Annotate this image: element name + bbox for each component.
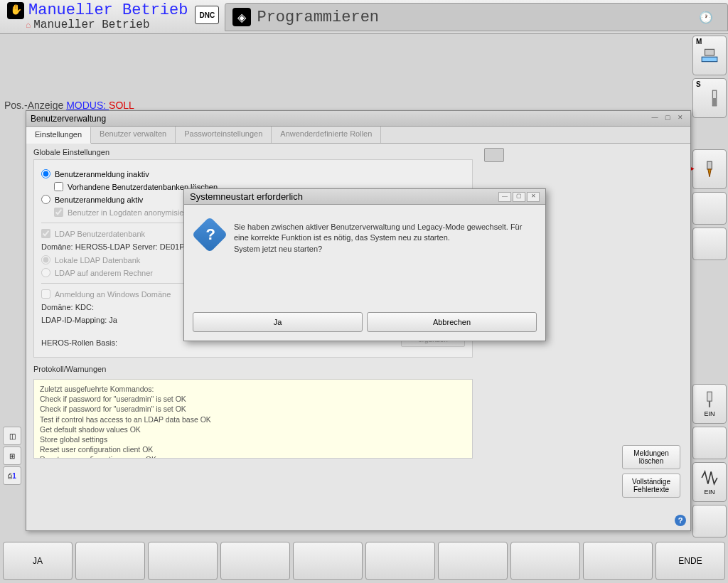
radio-local-ldap bbox=[41, 255, 50, 264]
modal-buttons: Ja Abbrechen bbox=[188, 312, 541, 336]
modal-btn-cancel[interactable]: Abbrechen bbox=[367, 312, 537, 332]
dialog-title: Benutzerverwaltung bbox=[31, 114, 648, 124]
maximize-btn[interactable]: ▢ bbox=[662, 114, 673, 124]
left-strip: ◫ ⊞ ⎙1 bbox=[3, 427, 23, 485]
log-line: Reset user configuration client OK bbox=[40, 444, 466, 454]
action-buttons: Meldungen löschen Vollständige Fehlertex… bbox=[622, 445, 680, 498]
tab-benutzer-verwalten[interactable]: Benutzer verwalten bbox=[91, 127, 176, 143]
softkey-4[interactable] bbox=[220, 542, 290, 580]
mode-right[interactable]: ◈ Programmieren 🕐 bbox=[225, 3, 728, 31]
close-btn[interactable]: ✕ bbox=[675, 114, 686, 124]
modal-text-1: Sie haben zwischen aktiver Benutzerverwa… bbox=[234, 222, 532, 244]
check-ldap-db bbox=[41, 229, 50, 238]
softkey-bar: JA ENDE bbox=[0, 539, 728, 583]
modal-close[interactable]: ✕ bbox=[527, 192, 540, 202]
hand-icon bbox=[7, 2, 24, 19]
side-btn-probe[interactable]: EIN bbox=[692, 384, 727, 424]
softkey-1[interactable]: JA bbox=[3, 542, 73, 580]
side-btn-m[interactable]: M bbox=[692, 36, 727, 75]
global-settings-label: Globale Einstellungen bbox=[33, 148, 473, 156]
modal-text-2: System jetzt neu starten? bbox=[234, 244, 532, 255]
dialog-titlebar[interactable]: Benutzerverwaltung — ▢ ✕ bbox=[26, 111, 690, 127]
side-btn-tool[interactable]: ▶ bbox=[692, 149, 727, 189]
top-header: Manueller Betrieb ⌂ Manueller Betrieb DN… bbox=[0, 0, 728, 34]
side-btn-s[interactable]: S bbox=[692, 78, 727, 118]
softkey-3[interactable] bbox=[148, 542, 218, 580]
modal-minimize[interactable]: — bbox=[498, 192, 511, 202]
tab-einstellungen[interactable]: Einstellungen bbox=[26, 127, 91, 144]
svg-rect-6 bbox=[707, 392, 712, 401]
modal-title: Systemneustart erforderlich bbox=[190, 191, 303, 202]
radio-other-ldap-label: LDAP auf anderem Rechner bbox=[55, 269, 153, 277]
mode-left: Manueller Betrieb bbox=[0, 0, 195, 21]
log-line: Check if password for "useradmin" is set… bbox=[40, 404, 466, 414]
side-btn-blank-3[interactable] bbox=[692, 427, 727, 459]
dnc-badge[interactable]: DNC bbox=[195, 6, 219, 24]
radio-login-active[interactable] bbox=[41, 195, 50, 204]
softkey-6[interactable] bbox=[365, 542, 435, 580]
wave-icon bbox=[700, 469, 719, 487]
softkey-10[interactable]: ENDE bbox=[655, 542, 725, 580]
strip-btn-3[interactable]: ⎙1 bbox=[3, 466, 21, 485]
softkey-8[interactable] bbox=[510, 542, 580, 580]
softkey-5[interactable] bbox=[293, 542, 363, 580]
mode-sub-row: ⌂ Manueller Betrieb bbox=[26, 18, 149, 31]
side-btn-blank-1[interactable] bbox=[692, 192, 727, 225]
btn-meldungen-loeschen[interactable]: Meldungen löschen bbox=[622, 445, 680, 469]
svg-marker-5 bbox=[708, 169, 711, 177]
minimize-btn[interactable]: — bbox=[649, 114, 660, 124]
log-line: Zuletzt ausgefuehrte Kommandos: bbox=[40, 384, 466, 394]
check-windows bbox=[41, 289, 50, 299]
radio-inactive-row[interactable]: Benutzeranmeldung inaktiv bbox=[41, 169, 465, 178]
program-title: Programmieren bbox=[257, 9, 379, 26]
restart-modal: Systemneustart erforderlich — ▢ ✕ Sie ha… bbox=[183, 188, 546, 341]
modal-body: Sie haben zwischen aktiver Benutzerverwa… bbox=[184, 205, 545, 262]
check-windows-label: Anmeldung an Windows Domäne bbox=[55, 290, 171, 299]
modal-text: Sie haben zwischen aktiver Benutzerverwa… bbox=[234, 222, 532, 255]
softkey-7[interactable] bbox=[438, 542, 508, 580]
keyboard-icon[interactable] bbox=[484, 148, 504, 162]
tab-rollen[interactable]: Anwenderdefinierte Rollen bbox=[272, 127, 381, 143]
log-line: Test if control has access to an LDAP da… bbox=[40, 414, 466, 424]
svg-rect-4 bbox=[707, 161, 712, 169]
mode-sub-text: Manueller Betrieb bbox=[33, 18, 149, 31]
modal-titlebar[interactable]: Systemneustart erforderlich — ▢ ✕ bbox=[184, 189, 545, 205]
mode-title: Manueller Betrieb bbox=[28, 1, 188, 19]
machine-icon bbox=[700, 46, 719, 65]
radio-active-label: Benutzeranmeldung aktiv bbox=[55, 196, 143, 204]
probe-icon bbox=[700, 390, 719, 409]
clock-icon: 🕐 bbox=[699, 11, 713, 24]
protokoll-label: Protokoll/Warnungen bbox=[33, 365, 473, 373]
btn-vollstaendige-fehler[interactable]: Vollständige Fehlertexte bbox=[622, 474, 680, 498]
softkey-2[interactable] bbox=[75, 542, 145, 580]
log-line: Check if password for "useradmin" is set… bbox=[40, 394, 466, 404]
protokoll-box[interactable]: Zuletzt ausgefuehrte Kommandos: Check if… bbox=[33, 379, 473, 459]
help-icon[interactable]: ? bbox=[675, 515, 686, 526]
side-btn-blank-4[interactable] bbox=[692, 505, 727, 537]
side-btn-blank-2[interactable] bbox=[692, 228, 727, 260]
radio-inactive-label: Benutzeranmeldung inaktiv bbox=[55, 170, 149, 178]
spindle-icon bbox=[700, 89, 719, 107]
svg-rect-1 bbox=[702, 57, 717, 62]
program-icon: ◈ bbox=[232, 8, 251, 26]
radio-local-ldap-label: Lokale LDAP Datenbank bbox=[55, 256, 140, 264]
check-delete-db[interactable] bbox=[54, 182, 63, 191]
check-ldap-label: LDAP Benutzerdatenbank bbox=[55, 230, 145, 238]
modal-maximize[interactable]: ▢ bbox=[513, 192, 525, 202]
question-icon bbox=[192, 217, 228, 253]
strip-btn-2[interactable]: ⊞ bbox=[3, 446, 21, 465]
side-btn-wave[interactable]: EIN bbox=[692, 462, 727, 502]
softkey-9[interactable] bbox=[583, 542, 653, 580]
tool-icon bbox=[700, 160, 719, 178]
modal-btn-yes[interactable]: Ja bbox=[193, 312, 363, 332]
home-icon: ⌂ bbox=[26, 20, 31, 30]
strip-btn-1[interactable]: ◫ bbox=[3, 427, 21, 445]
log-line: Reset user configuration server OK bbox=[40, 454, 466, 459]
radio-other-ldap bbox=[41, 268, 50, 277]
svg-rect-0 bbox=[705, 49, 714, 55]
log-line: Store global settings bbox=[40, 434, 466, 444]
radio-login-inactive[interactable] bbox=[41, 169, 50, 178]
tab-passwort[interactable]: Passworteinstellungen bbox=[176, 127, 272, 143]
log-line: Get default shadow values OK bbox=[40, 424, 466, 434]
check-anon-label: Benutzer in Logdaten anonymisieren bbox=[68, 208, 195, 217]
